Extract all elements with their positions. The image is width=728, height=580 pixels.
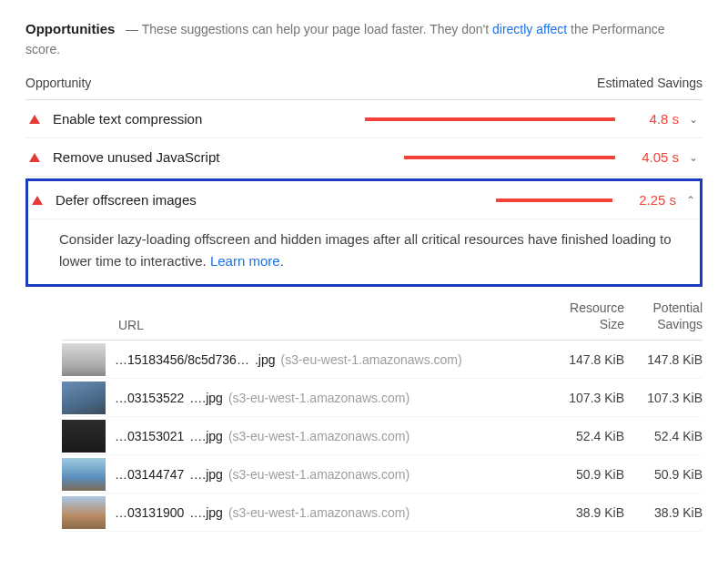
savings-bar	[404, 156, 615, 159]
savings-cell: 107.3 KiB	[624, 391, 703, 405]
savings-bar	[365, 117, 615, 121]
table-row[interactable]: …15183456/8c5d736… .jpg (s3-eu-west-1.am…	[62, 341, 703, 379]
highlighted-opportunity: Defer offscreen images 2.25 s ⌃ Consider…	[25, 178, 703, 287]
savings-cell: 52.4 KiB	[624, 429, 703, 443]
chevron-down-icon: ⌄	[688, 151, 699, 164]
chevron-down-icon: ⌄	[688, 113, 699, 126]
table-row[interactable]: …03131900 ….jpg (s3-eu-west-1.amazonaws.…	[62, 494, 703, 532]
size-cell: 107.3 KiB	[546, 391, 624, 405]
savings-value: 4.05 s	[632, 149, 679, 165]
th-size: Resource Size	[546, 300, 624, 332]
size-cell: 52.4 KiB	[546, 429, 624, 443]
chevron-up-icon: ⌃	[685, 194, 696, 207]
savings-cell: 38.9 KiB	[624, 505, 703, 520]
opportunity-row[interactable]: Remove unused JavaScript 4.05 s ⌄	[25, 138, 703, 177]
size-cell: 38.9 KiB	[546, 505, 624, 520]
th-url: URL	[109, 318, 546, 332]
resource-table: URL Resource Size Potential Savings …151…	[25, 300, 703, 532]
col-opportunity: Opportunity	[25, 76, 91, 90]
savings-bar	[496, 198, 612, 202]
column-headers: Opportunity Estimated Savings	[25, 76, 703, 100]
savings-value: 2.25 s	[629, 192, 676, 208]
thumbnail-icon	[62, 420, 106, 453]
opportunities-header: Opportunities — These suggestions can he…	[25, 18, 703, 59]
savings-value: 4.8 s	[632, 111, 679, 127]
opportunity-row[interactable]: Defer offscreen images 2.25 s ⌃	[28, 181, 700, 219]
table-row[interactable]: …03153021 ….jpg (s3-eu-west-1.amazonaws.…	[62, 417, 703, 455]
warning-icon	[29, 153, 40, 162]
warning-icon	[32, 196, 43, 205]
table-header: URL Resource Size Potential Savings	[62, 300, 703, 341]
directly-affect-link[interactable]: directly affect	[492, 22, 567, 36]
url-cell: …03144747 ….jpg (s3-eu-west-1.amazonaws.…	[106, 467, 546, 482]
col-savings: Estimated Savings	[597, 76, 703, 90]
thumbnail-icon	[62, 382, 106, 414]
savings-cell: 147.8 KiB	[624, 352, 703, 367]
opportunity-label: Remove unused JavaScript	[53, 149, 219, 165]
section-title: Opportunities	[25, 21, 115, 36]
th-savings: Potential Savings	[624, 300, 703, 332]
url-cell: …03153522 ….jpg (s3-eu-west-1.amazonaws.…	[106, 391, 546, 405]
section-desc-pre: These suggestions can help your page loa…	[142, 22, 489, 36]
size-cell: 50.9 KiB	[546, 467, 624, 482]
thumbnail-icon	[62, 458, 106, 491]
url-cell: …15183456/8c5d736… .jpg (s3-eu-west-1.am…	[106, 352, 546, 367]
url-cell: …03153021 ….jpg (s3-eu-west-1.amazonaws.…	[106, 429, 546, 443]
table-row[interactable]: …03153522 ….jpg (s3-eu-west-1.amazonaws.…	[62, 379, 703, 417]
opportunity-explanation: Consider lazy-loading offscreen and hidd…	[28, 219, 700, 284]
opportunity-label: Enable text compression	[53, 111, 202, 127]
savings-cell: 50.9 KiB	[624, 467, 703, 482]
thumbnail-icon	[62, 343, 106, 376]
warning-icon	[29, 115, 40, 124]
size-cell: 147.8 KiB	[546, 352, 624, 367]
thumbnail-icon	[62, 496, 106, 529]
table-row[interactable]: …03144747 ….jpg (s3-eu-west-1.amazonaws.…	[62, 455, 703, 494]
url-cell: …03131900 ….jpg (s3-eu-west-1.amazonaws.…	[106, 505, 546, 520]
opportunity-row[interactable]: Enable text compression 4.8 s ⌄	[25, 100, 703, 138]
learn-more-link[interactable]: Learn more	[210, 253, 280, 269]
opportunity-label: Defer offscreen images	[56, 192, 197, 208]
